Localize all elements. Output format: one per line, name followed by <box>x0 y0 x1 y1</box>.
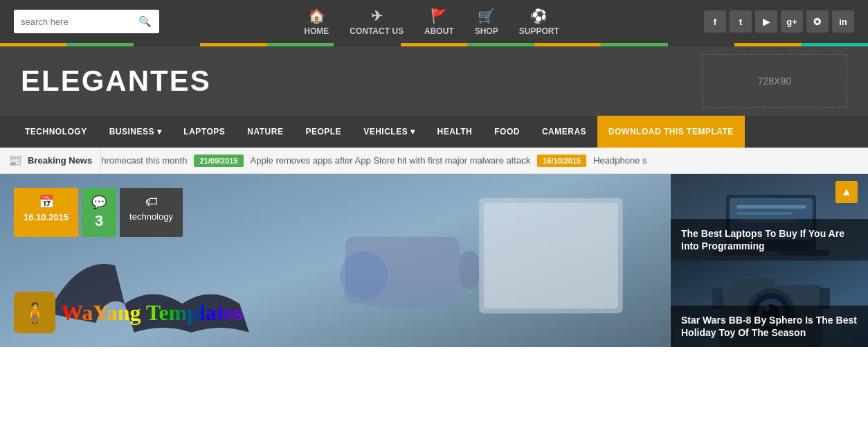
main-nav: TECHNOLOGY BUSINESS ▾ LAPTOPS NATURE PEO… <box>0 116 868 148</box>
color-segment-8 <box>467 43 534 46</box>
breaking-news-label: 📰 Breaking News <box>0 148 101 173</box>
sidebar-right: ▲ The Best Laptops To Buy If You Are Int… <box>671 174 868 347</box>
nav-download-template[interactable]: DOWNLOAD THIS TEMPLATE <box>597 116 745 148</box>
featured-badges: 📅 16.10.2015 💬 3 🏷 technology <box>14 188 183 237</box>
svg-rect-22 <box>733 278 775 288</box>
news-item-2: Apple removes apps after App Store hit w… <box>251 155 531 166</box>
svg-point-6 <box>340 251 388 299</box>
breaking-news-text: Breaking News <box>28 155 92 166</box>
watermark: 🧍 WaYang Templates <box>14 292 242 333</box>
sidebar-card-overlay-laptops: The Best Laptops To Buy If You Are Into … <box>671 219 868 261</box>
twitter-button[interactable]: t <box>730 10 752 33</box>
sidebar-card-overlay-starwars: Star Wars BB-8 By Sphero Is The Best Hol… <box>671 306 868 347</box>
date-badge: 📅 16.10.2015 <box>14 188 78 237</box>
featured-main: 📅 16.10.2015 💬 3 🏷 technology 🧍 WaYang T… <box>0 174 671 347</box>
content-area: 📅 16.10.2015 💬 3 🏷 technology 🧍 WaYang T… <box>0 174 868 347</box>
news-item-3: Headphone s <box>593 155 647 166</box>
color-bar <box>0 43 868 46</box>
color-segment-3 <box>134 43 200 46</box>
contact-icon: ✈ <box>371 8 383 24</box>
search-button[interactable]: 🔍 <box>132 10 159 33</box>
youtube-button[interactable]: ▶ <box>755 10 777 33</box>
search-input[interactable] <box>14 11 132 33</box>
nav-people[interactable]: PEOPLE <box>294 116 352 148</box>
color-segment-9 <box>534 43 601 46</box>
color-segment-6 <box>334 43 400 46</box>
nav-label-home: HOME <box>304 26 329 36</box>
svg-rect-13 <box>736 212 792 215</box>
nav-business[interactable]: BUSINESS ▾ <box>98 116 173 148</box>
nav-health[interactable]: HEALTH <box>426 116 483 148</box>
home-icon: 🏠 <box>308 8 325 24</box>
scroll-top-button[interactable]: ▲ <box>835 181 858 203</box>
googleplus-button[interactable]: g+ <box>781 10 803 33</box>
sidebar-card-starwars[interactable]: Star Wars BB-8 By Sphero Is The Best Hol… <box>671 261 868 347</box>
tag-label: technology <box>129 211 173 222</box>
nav-label-shop: SHOP <box>475 26 498 36</box>
color-segment-4 <box>200 43 266 46</box>
shop-icon: 🛒 <box>478 8 495 24</box>
svg-rect-12 <box>736 205 806 209</box>
color-segment-12 <box>734 43 801 46</box>
news-item-1: hromecast this month <box>101 155 187 166</box>
color-segment-11 <box>668 43 734 46</box>
nav-item-shop[interactable]: 🛒 SHOP <box>475 8 498 36</box>
breaking-news-bar: 📰 Breaking News hromecast this month 21/… <box>0 148 868 174</box>
tag-badge: 🏷 technology <box>120 188 183 237</box>
nav-links: 🏠 HOME ✈ CONTACT US 🚩 ABOUT 🛒 SHOP ⚽ SUP… <box>304 8 559 36</box>
nav-laptops[interactable]: LAPTOPS <box>172 116 236 148</box>
nav-item-support[interactable]: ⚽ SUPPORT <box>519 8 559 36</box>
top-bar: 🔍 🏠 HOME ✈ CONTACT US 🚩 ABOUT 🛒 SHOP ⚽ S… <box>0 0 868 43</box>
svg-rect-5 <box>484 203 618 308</box>
calendar-icon: 📅 <box>39 195 54 210</box>
nav-item-home[interactable]: 🏠 HOME <box>304 8 329 36</box>
support-icon: ⚽ <box>530 8 548 24</box>
color-segment-5 <box>267 43 334 46</box>
header-banner: ELEGANTES 728X90 <box>0 46 868 116</box>
nav-item-about[interactable]: 🚩 ABOUT <box>424 8 454 36</box>
starwars-article-title: Star Wars BB-8 By Sphero Is The Best Hol… <box>681 315 857 338</box>
color-segment-13 <box>802 43 868 46</box>
facebook-button[interactable]: f <box>704 10 726 33</box>
nav-nature[interactable]: NATURE <box>236 116 294 148</box>
sidebar-card-laptops[interactable]: ▲ The Best Laptops To Buy If You Are Int… <box>671 174 868 261</box>
nav-technology[interactable]: TECHNOLOGY <box>14 116 98 148</box>
news-date-1: 21/09/2015 <box>194 155 243 167</box>
figure-icon: 🧍 <box>23 301 47 324</box>
newspaper-icon: 📰 <box>8 154 22 167</box>
color-segment-1 <box>0 43 66 46</box>
social-icons: f t ▶ g+ ✪ in <box>704 10 854 33</box>
ad-placeholder: 728X90 <box>702 54 847 108</box>
news-ticker: hromecast this month 21/09/2015 Apple re… <box>101 155 868 167</box>
site-logo: ELEGANTES <box>21 64 702 98</box>
watermark-icon: 🧍 <box>14 292 55 333</box>
svg-rect-3 <box>460 251 479 289</box>
nav-item-contact[interactable]: ✈ CONTACT US <box>350 8 404 36</box>
comment-icon: 💬 <box>91 195 107 210</box>
color-segment-2 <box>66 43 133 46</box>
nav-vehicles[interactable]: VEHICLES ▾ <box>352 116 426 148</box>
search-wrap: 🔍 <box>14 10 159 33</box>
laptops-article-title: The Best Laptops To Buy If You Are Into … <box>681 228 844 252</box>
about-icon: 🚩 <box>431 8 448 24</box>
news-date-2: 16/10/2015 <box>537 155 586 167</box>
nav-label-about: ABOUT <box>424 26 454 36</box>
watermark-text: WaYang Templates <box>61 300 242 326</box>
color-segment-7 <box>401 43 467 46</box>
nav-food[interactable]: FOOD <box>483 116 531 148</box>
linkedin-button[interactable]: in <box>832 10 854 33</box>
nav-label-support: SUPPORT <box>519 26 559 36</box>
nav-label-contact: CONTACT US <box>350 26 404 36</box>
comments-badge: 💬 3 <box>82 188 116 237</box>
dribbble-button[interactable]: ✪ <box>806 10 829 33</box>
date-value: 16.10.2015 <box>24 212 69 223</box>
color-segment-10 <box>601 43 667 46</box>
nav-cameras[interactable]: CAMERAS <box>531 116 597 148</box>
comments-count: 3 <box>95 212 103 230</box>
tag-icon: 🏷 <box>145 195 158 209</box>
